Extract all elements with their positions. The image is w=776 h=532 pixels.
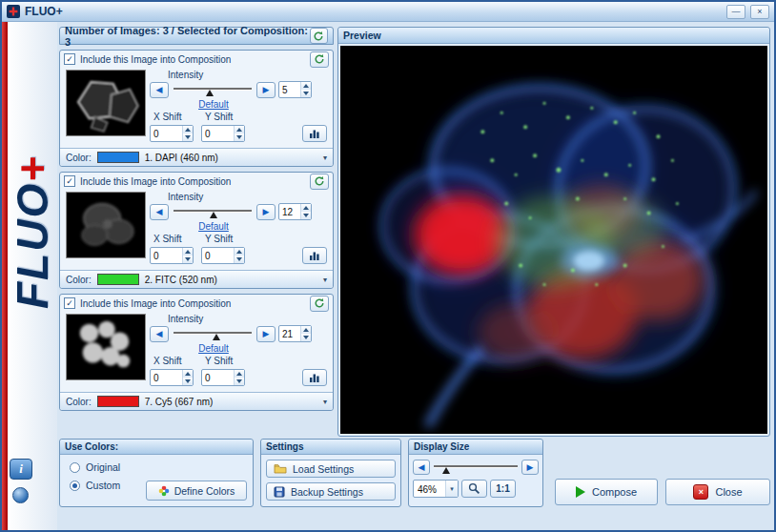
default-link[interactable]: Default [172,99,255,110]
intensity-spinner[interactable]: 12 [278,203,312,220]
refresh-channel-button[interactable] [310,51,329,68]
color-label: Color: [66,275,92,285]
arrow-left-icon: ◀ [156,329,163,338]
spinner-down-icon[interactable] [235,133,244,141]
spinner-up-icon[interactable] [235,248,244,256]
slider-thumb[interactable] [213,334,220,340]
include-label: Include this Image into Composition [80,176,231,187]
spinner-up-icon[interactable] [183,126,193,133]
spinner-down-icon[interactable] [183,133,193,141]
intensity-value: 21 [279,326,300,341]
radio-icon[interactable] [70,462,80,473]
spinner-up-icon[interactable] [183,370,193,378]
histogram-button[interactable] [302,369,327,386]
slider-thumb[interactable] [210,212,217,218]
spinner-up-icon[interactable] [235,370,244,378]
display-size-header: Display Size [409,440,542,455]
chevron-down-icon[interactable]: ▾ [445,481,458,497]
include-checkbox[interactable]: ✓ [64,175,75,187]
info-button[interactable]: i [10,459,32,480]
intensity-slider[interactable] [172,326,254,341]
close-button[interactable]: × Close [665,479,770,505]
window-close-button[interactable]: × [750,5,769,19]
channel-thumbnail [66,70,146,136]
x-shift-spinner[interactable]: 0 [150,125,194,142]
zoom-fit-button[interactable] [461,480,487,498]
intensity-increase-button[interactable]: ▶ [256,326,276,342]
spinner-down-icon[interactable] [183,256,193,263]
color-dropdown[interactable]: Color: 1. DAPI (460 nm) ▾ [60,148,333,166]
folder-open-icon [274,463,287,474]
intensity-label: Intensity [168,70,203,80]
include-checkbox[interactable]: ✓ [64,297,75,309]
load-settings-button[interactable]: Load Settings [266,460,396,478]
palette-icon [158,485,170,497]
intensity-slider[interactable] [172,82,254,97]
compose-button[interactable]: Compose [555,479,658,505]
vertical-logo: FLUO+ [8,22,57,441]
app-window: FLUO+ — × FLUO+ i Number of Images: 3 / … [0,0,776,532]
display-size-slider[interactable] [432,460,520,475]
spinner-up-icon[interactable] [235,126,244,133]
logo-plus: + [7,154,58,182]
intensity-increase-button[interactable]: ▶ [256,82,276,98]
color-dropdown[interactable]: Color: 2. FITC (520 nm) ▾ [60,270,333,288]
slider-thumb[interactable] [442,467,450,474]
intensity-spinner[interactable]: 5 [278,81,312,98]
default-link[interactable]: Default [172,343,255,354]
spinner-up-icon[interactable] [183,248,193,256]
channel-thumbnail [66,192,146,258]
color-label: Color: [66,397,92,407]
minimize-button[interactable]: — [726,5,745,19]
include-label: Include this Image into Composition [80,298,231,309]
spinner-up-icon[interactable] [301,82,311,90]
slider-thumb[interactable] [206,90,214,96]
refresh-channel-button[interactable] [310,296,329,312]
y-shift-spinner[interactable]: 0 [201,369,245,386]
intensity-decrease-button[interactable]: ◀ [150,204,169,220]
refresh-all-button[interactable] [310,28,328,44]
intensity-decrease-button[interactable]: ◀ [150,82,169,98]
histogram-icon [309,251,320,260]
spinner-down-icon[interactable] [301,334,311,341]
spinner-down-icon[interactable] [301,212,311,219]
spinner-up-icon[interactable] [301,204,311,212]
histogram-button[interactable] [302,247,327,264]
y-shift-spinner[interactable]: 0 [201,125,245,142]
y-shift-spinner[interactable]: 0 [201,247,245,264]
x-shift-spinner[interactable]: 0 [150,369,194,386]
spinner-down-icon[interactable] [235,256,244,263]
color-dropdown[interactable]: Color: 7. Cy5 (667 nm) ▾ [60,392,333,410]
define-colors-button[interactable]: Define Colors [146,481,247,501]
arrow-left-icon: ◀ [419,462,425,472]
backup-settings-button[interactable]: Backup Settings [266,482,396,501]
app-logo-icon [7,5,20,18]
radio-original[interactable]: Original [70,461,253,473]
zoom-combobox[interactable]: 46% ▾ [413,480,459,498]
zoom-decrease-button[interactable]: ◀ [413,460,430,475]
intensity-slider[interactable] [172,204,254,219]
save-disk-icon [274,486,285,498]
spinner-down-icon[interactable] [301,90,311,97]
use-colors-group: Use Colors: Original Custom Define Color… [59,439,254,507]
x-shift-spinner[interactable]: 0 [150,247,194,264]
histogram-icon [309,373,320,382]
histogram-button[interactable] [302,125,327,142]
spinner-down-icon[interactable] [235,378,244,385]
zoom-one-to-one-button[interactable]: 1:1 [490,480,516,498]
default-link[interactable]: Default [172,221,255,232]
refresh-channel-button[interactable] [310,174,329,190]
intensity-spinner[interactable]: 21 [278,325,312,342]
zoom-increase-button[interactable]: ▶ [521,460,539,475]
intensity-label: Intensity [168,192,203,202]
y-shift-label: Y Shift [205,112,233,122]
intensity-decrease-button[interactable]: ◀ [150,326,169,342]
chevron-down-icon: ▾ [323,276,327,284]
logo-strip: FLUO+ i [8,22,57,530]
spinner-up-icon[interactable] [301,326,311,334]
include-checkbox[interactable]: ✓ [64,53,75,65]
spinner-down-icon[interactable] [183,378,193,385]
radio-selected-icon[interactable] [70,481,80,491]
x-shift-label: X Shift [153,234,181,244]
intensity-increase-button[interactable]: ▶ [256,204,276,220]
